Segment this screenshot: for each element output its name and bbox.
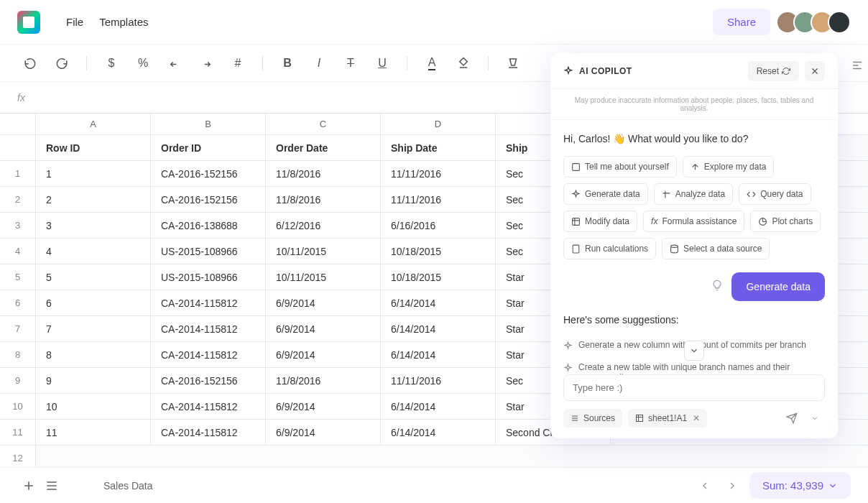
cell[interactable]: 10/18/2015 — [381, 239, 496, 264]
avatar[interactable] — [828, 11, 851, 34]
row-number[interactable]: 2 — [0, 187, 36, 212]
italic-icon[interactable]: I — [306, 50, 332, 76]
underline-icon[interactable]: U — [369, 50, 395, 76]
row-number[interactable]: 4 — [0, 239, 36, 264]
chip-calc[interactable]: Run calculations — [563, 238, 656, 259]
cell[interactable]: 7 — [36, 316, 151, 341]
cell[interactable]: Order Date — [266, 135, 381, 160]
cell[interactable]: 11/11/2016 — [381, 368, 496, 393]
cell[interactable]: US-2015-108966 — [151, 264, 266, 290]
generate-data-button[interactable]: Generate data — [731, 272, 825, 301]
cell[interactable]: Ship Date — [381, 135, 496, 160]
cell[interactable]: CA-2016-152156 — [151, 368, 266, 393]
cell[interactable]: 6 — [36, 290, 151, 315]
row-number[interactable]: 10 — [0, 394, 36, 419]
row-number[interactable]: 8 — [0, 342, 36, 367]
send-button[interactable] — [782, 408, 802, 428]
menu-file[interactable]: File — [66, 16, 83, 28]
col-header[interactable]: A — [36, 114, 151, 134]
increase-decimal-icon[interactable] — [193, 50, 219, 76]
col-header[interactable]: C — [266, 114, 381, 134]
close-button[interactable] — [805, 61, 825, 81]
row-number[interactable]: 7 — [0, 316, 36, 341]
cell[interactable]: 6/12/2016 — [266, 213, 381, 238]
cell[interactable]: 9 — [36, 368, 151, 393]
col-header[interactable]: D — [381, 114, 496, 134]
cell[interactable]: 11/11/2016 — [381, 187, 496, 212]
chip-query[interactable]: Query data — [739, 183, 811, 205]
cell[interactable]: US-2015-108966 — [151, 239, 266, 264]
cell[interactable]: 10/11/2015 — [266, 264, 381, 290]
scroll-down-icon[interactable] — [684, 341, 704, 361]
cell[interactable]: 6/16/2016 — [381, 213, 496, 238]
reset-button[interactable]: Reset — [748, 61, 799, 81]
fill-color-icon[interactable] — [451, 50, 476, 76]
next-icon[interactable] — [722, 476, 742, 496]
row-number[interactable]: 5 — [0, 264, 36, 290]
share-button[interactable]: Share — [713, 9, 770, 35]
text-color-icon[interactable]: A — [419, 50, 445, 76]
cell[interactable]: 6/14/2014 — [381, 342, 496, 367]
cell[interactable]: 10/18/2015 — [381, 264, 496, 290]
menu-templates[interactable]: Templates — [99, 16, 148, 28]
cell[interactable]: 6/14/2014 — [381, 290, 496, 315]
cell[interactable]: 4 — [36, 239, 151, 264]
cell[interactable]: 6/9/2014 — [266, 290, 381, 315]
cell[interactable]: CA-2016-138688 — [151, 213, 266, 238]
bold-icon[interactable]: B — [274, 50, 300, 76]
cell[interactable]: CA-2014-115812 — [151, 420, 266, 445]
cell[interactable]: 6/14/2014 — [381, 420, 496, 445]
cell[interactable]: 10/11/2015 — [266, 239, 381, 264]
row-number[interactable]: 9 — [0, 368, 36, 393]
cell[interactable]: Row ID — [36, 135, 151, 160]
cell[interactable]: CA-2016-152156 — [151, 161, 266, 186]
cell[interactable]: 1 — [36, 161, 151, 186]
cell[interactable]: 5 — [36, 264, 151, 290]
sources-tag[interactable]: Sources — [563, 409, 622, 428]
cell[interactable]: 6/9/2014 — [266, 420, 381, 445]
cell[interactable]: 6/9/2014 — [266, 316, 381, 341]
cell[interactable]: 11/8/2016 — [266, 187, 381, 212]
cell[interactable]: 2 — [36, 187, 151, 212]
hash-icon[interactable]: # — [225, 50, 251, 76]
row-number[interactable]: 6 — [0, 290, 36, 315]
sheet-list-icon[interactable] — [40, 474, 63, 497]
cell[interactable]: 11 — [36, 420, 151, 445]
clear-format-icon[interactable] — [500, 50, 526, 76]
cell[interactable]: 6/14/2014 — [381, 316, 496, 341]
row-number[interactable]: 3 — [0, 213, 36, 238]
decrease-decimal-icon[interactable] — [162, 50, 188, 76]
copilot-input[interactable] — [563, 374, 825, 401]
cell[interactable]: 3 — [36, 213, 151, 238]
chip-source[interactable]: Select a data source — [662, 238, 770, 259]
cell[interactable]: 10 — [36, 394, 151, 419]
col-header[interactable]: B — [151, 114, 266, 134]
cell[interactable]: 8 — [36, 342, 151, 367]
panel-toggle-icon[interactable] — [851, 59, 864, 75]
undo-icon[interactable] — [17, 50, 43, 76]
cell[interactable]: 11/8/2016 — [266, 161, 381, 186]
send-options-icon[interactable] — [805, 408, 825, 428]
cell[interactable]: 11/8/2016 — [266, 368, 381, 393]
sum-badge[interactable]: Sum: 43,939 — [749, 472, 851, 499]
cell[interactable]: CA-2014-115812 — [151, 316, 266, 341]
cell[interactable]: CA-2014-115812 — [151, 290, 266, 315]
redo-icon[interactable] — [49, 50, 75, 76]
add-sheet-icon[interactable] — [17, 474, 40, 497]
app-logo[interactable] — [17, 11, 40, 34]
lightbulb-icon[interactable] — [711, 280, 723, 294]
currency-icon[interactable]: $ — [98, 50, 124, 76]
cell[interactable]: CA-2014-115812 — [151, 394, 266, 419]
sheet-tab[interactable]: Sales Data — [92, 476, 164, 496]
cell[interactable]: 6/9/2014 — [266, 342, 381, 367]
chip-analyze[interactable]: Analyze data — [654, 183, 733, 205]
chip-generate[interactable]: Generate data — [563, 183, 648, 205]
cell[interactable]: CA-2014-115812 — [151, 342, 266, 367]
chip-about[interactable]: Tell me about yourself — [563, 156, 677, 177]
chip-explore[interactable]: Explore my data — [683, 156, 775, 177]
remove-tag-icon[interactable]: ✕ — [693, 413, 700, 423]
row-number[interactable]: 1 — [0, 161, 36, 186]
percent-icon[interactable]: % — [130, 50, 156, 76]
cell[interactable]: 11/11/2016 — [381, 161, 496, 186]
collaborator-avatars[interactable] — [782, 11, 851, 34]
